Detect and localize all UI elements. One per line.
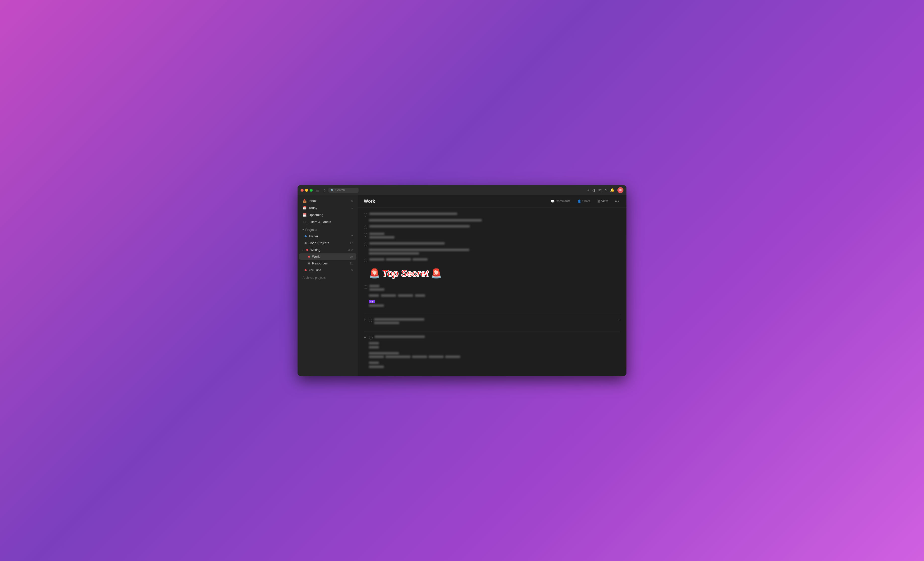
task-content [369,248,620,256]
titlebar-controls: ☰ ⌂ 🔍 Search [315,188,358,193]
task-content [369,362,620,369]
siren-left-icon: 🚨 [369,268,380,279]
writing-label: Writing [310,248,346,252]
today-icon: 📅 [303,206,307,210]
sidebar-item-upcoming[interactable]: 📆 Upcoming [299,211,356,218]
task-checkbox[interactable] [364,233,368,236]
code-projects-dot [304,242,307,244]
section-number-2: ◆ [364,335,366,339]
task-group-2: 1 ··· [364,317,620,326]
task-content [369,225,620,229]
task-item[interactable] [364,211,620,217]
task-item[interactable] [364,284,620,293]
task-item[interactable] [364,248,620,257]
search-bar[interactable]: 🔍 Search [328,188,358,193]
task-text-line [429,356,444,358]
task-checkbox[interactable] [369,319,372,322]
task-text-subline [369,346,379,349]
task-group-1: 🚨 Top Secret 🚨 [364,211,620,309]
chevron-down-icon: ▾ [303,229,304,231]
help-icon[interactable]: ? [605,188,607,192]
add-icon[interactable]: + [587,188,589,192]
version-badge: 3/5 [598,188,602,191]
task-checkbox[interactable] [364,242,368,246]
sidebar-item-today-count: 1 [351,206,353,209]
writing-count: 302 [348,248,353,251]
task-checkbox[interactable] [369,336,373,340]
bell-icon[interactable]: 🔔 [610,188,614,192]
task-content [369,352,620,359]
task-item[interactable] [364,361,620,370]
task-text-subline [369,252,419,255]
task-item[interactable] [364,232,620,241]
task-checkbox[interactable] [364,213,368,217]
share-label: Share [582,199,590,203]
section-number: 1 [364,318,366,322]
sidebar-item-today[interactable]: 📅 Today 1 [299,205,356,211]
task-text-line [415,294,425,297]
view-button[interactable]: ⊞ View [596,199,609,204]
close-button[interactable] [300,188,304,191]
home-icon[interactable]: ⌂ [322,188,326,193]
resources-label: Resources [312,262,348,265]
task-text-line [369,219,482,221]
top-secret-banner: 🚨 Top Secret 🚨 [369,266,442,281]
sidebar-item-resources[interactable]: Resources 21 [299,260,356,266]
traffic-lights [300,188,313,191]
purple-tag: tag [369,300,375,303]
sidebar: 📥 Inbox 5 📅 Today 1 📆 Upcoming ⚏ Filters… [297,195,358,376]
sidebar-item-writing[interactable]: ▸ Writing 302 [299,247,356,253]
comments-button[interactable]: 💬 Comments [549,199,572,204]
task-item[interactable] [364,218,620,224]
task-content [369,242,620,245]
sidebar-item-upcoming-label: Upcoming [309,213,351,217]
task-content [369,219,620,223]
sidebar-item-inbox[interactable]: 📥 Inbox 5 [299,197,356,204]
twitter-label: Twitter [309,234,349,238]
inbox-icon: 📥 [303,199,307,203]
task-text-line [369,242,445,245]
sidebar-item-filters[interactable]: ⚏ Filters & Labels [299,218,356,225]
archived-projects[interactable]: Archived projects [297,274,358,280]
sidebar-item-work[interactable]: Work 29 [299,253,356,260]
task-checkbox[interactable] [364,259,368,262]
work-dot [308,256,310,258]
task-text-line [369,294,379,297]
minimize-button[interactable] [305,188,308,191]
task-item[interactable] [364,341,620,350]
task-text-line [445,356,460,358]
task-item[interactable] [364,224,620,230]
task-item[interactable]: ◆ [364,334,620,341]
sidebar-item-twitter[interactable]: Twitter 7 [299,233,356,239]
twitter-dot [304,235,307,237]
task-item[interactable] [364,351,620,360]
task-checkbox[interactable] [364,226,368,229]
comments-label: Comments [556,199,570,203]
sidebar-item-youtube[interactable]: YouTube 5 [299,267,356,273]
projects-section-header[interactable]: ▾ Projects [299,226,356,233]
avatar[interactable]: ZH [617,187,624,193]
code-projects-label: Code Projects [309,241,348,245]
share-button[interactable]: 👤 Share [576,199,592,204]
task-text-line [412,356,427,358]
content-header-actions: 💬 Comments 👤 Share ⊞ View ••• [549,198,620,204]
more-button[interactable]: ••• [613,198,620,204]
youtube-dot [304,269,307,271]
sidebar-item-inbox-count: 5 [351,199,353,202]
content-area: Work 💬 Comments 👤 Share ⊞ View ••• [358,195,627,376]
task-content [369,212,620,216]
twitter-count: 7 [351,235,353,238]
maximize-button[interactable] [310,188,313,191]
hamburger-icon[interactable]: ☰ [315,188,320,193]
task-content [375,335,620,339]
sidebar-item-code-projects[interactable]: Code Projects 17 [299,240,356,246]
theme-icon[interactable]: ◑ [592,188,596,192]
task-checkbox[interactable] [364,285,368,289]
task-item[interactable] [364,241,620,247]
task-item[interactable]: 1 ··· [364,317,620,326]
task-item[interactable]: tag [364,293,620,309]
task-item[interactable] [364,257,620,263]
task-text-line [375,335,425,338]
main-content: 📥 Inbox 5 📅 Today 1 📆 Upcoming ⚏ Filters… [297,195,627,376]
task-text-line [369,225,470,227]
